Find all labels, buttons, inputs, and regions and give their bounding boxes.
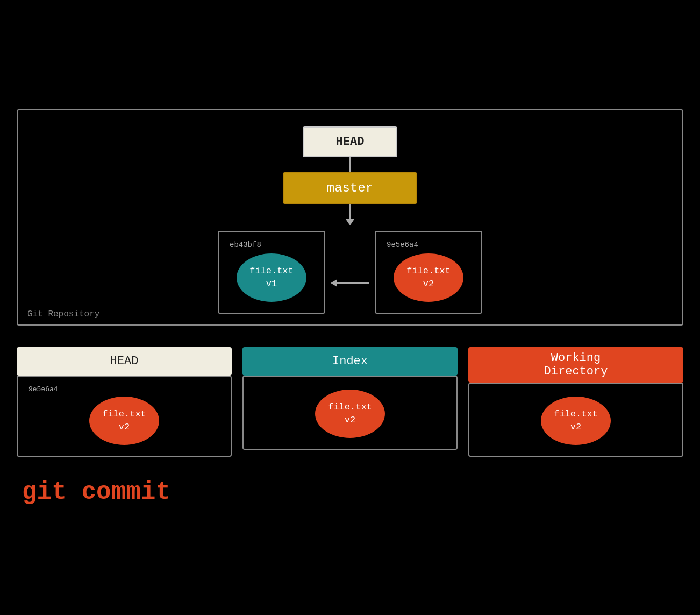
- git-repo-box: HEAD master eb43bf8 file.txt: [17, 109, 683, 326]
- head-panel-label: HEAD: [17, 347, 232, 376]
- workdir-panel-version: v2: [570, 421, 581, 434]
- workdir-panel: WorkingDirectory file.txt v2: [468, 347, 683, 457]
- index-panel-label: Index: [242, 347, 458, 376]
- head-panel-hash: 9e5e6a4: [28, 385, 58, 393]
- git-repo-label: Git Repository: [27, 309, 99, 319]
- index-panel-blob: file.txt v2: [315, 390, 385, 438]
- commit-arrow-left: [331, 279, 337, 287]
- head-to-master-line: [349, 157, 351, 172]
- commit1-blob: file.txt v1: [237, 253, 306, 302]
- commit1-file: file.txt: [249, 265, 294, 278]
- commit1-box: eb43bf8 file.txt v1: [218, 231, 325, 314]
- workdir-panel-content: file.txt v2: [468, 383, 683, 457]
- index-panel: Index file.txt v2: [242, 347, 458, 450]
- index-panel-file: file.txt: [328, 401, 372, 414]
- commit2-hash: 9e5e6a4: [387, 241, 418, 249]
- master-box: master: [283, 172, 417, 204]
- repo-inner: HEAD master eb43bf8 file.txt: [39, 126, 661, 314]
- master-label: master: [327, 181, 373, 195]
- commit1-version: v1: [266, 278, 277, 291]
- workdir-panel-label-text: WorkingDirectory: [544, 351, 608, 378]
- commit2-blob: file.txt v2: [394, 253, 463, 302]
- commit-horiz-line: [337, 282, 369, 284]
- head-box-top: HEAD: [303, 126, 398, 157]
- commit2-box: 9e5e6a4 file.txt v2: [375, 231, 482, 314]
- head-panel: HEAD 9e5e6a4 file.txt v2: [17, 347, 232, 457]
- commit2-file: file.txt: [406, 265, 451, 278]
- head-label-top: HEAD: [336, 135, 365, 149]
- commit-connector: [331, 279, 369, 287]
- head-panel-content: 9e5e6a4 file.txt v2: [17, 376, 232, 457]
- main-container: HEAD master eb43bf8 file.txt: [17, 109, 683, 506]
- commit1-hash: eb43bf8: [230, 241, 261, 249]
- commits-row: eb43bf8 file.txt v1 9e5e6a4: [39, 231, 661, 314]
- head-panel-file: file.txt: [102, 408, 146, 421]
- index-panel-label-text: Index: [332, 355, 368, 368]
- workdir-panel-blob: file.txt v2: [541, 397, 611, 445]
- bottom-section: HEAD 9e5e6a4 file.txt v2 Index file.txt …: [17, 347, 683, 457]
- master-to-commit-line: [349, 204, 351, 219]
- workdir-panel-file: file.txt: [554, 408, 598, 421]
- workdir-panel-label: WorkingDirectory: [468, 347, 683, 383]
- head-panel-label-text: HEAD: [110, 355, 139, 368]
- index-panel-version: v2: [345, 414, 355, 427]
- head-panel-blob: file.txt v2: [89, 397, 159, 445]
- git-commit-label: git commit: [17, 478, 683, 506]
- head-panel-version: v2: [119, 421, 130, 434]
- index-panel-content: file.txt v2: [242, 376, 458, 450]
- master-arrow-down: [346, 219, 354, 225]
- commit2-version: v2: [423, 278, 434, 291]
